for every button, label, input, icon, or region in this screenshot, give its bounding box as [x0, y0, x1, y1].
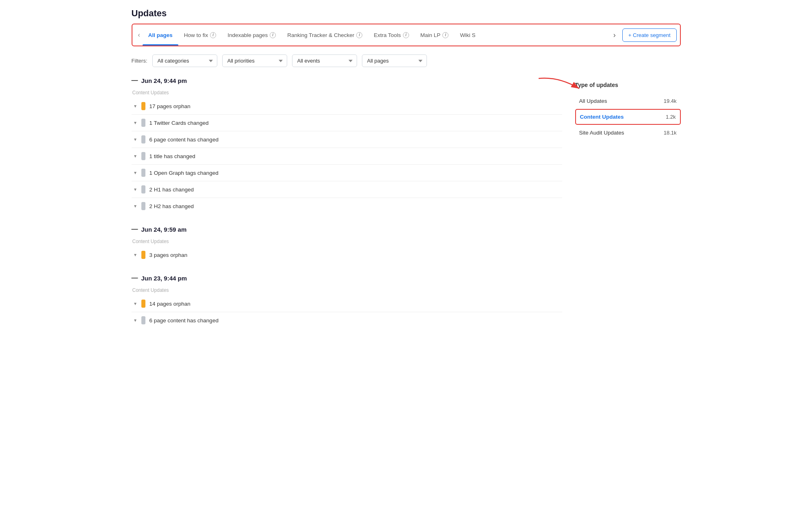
chevron-btn-3[interactable]: ▾ [133, 136, 137, 143]
tab-next-button[interactable]: › [610, 24, 619, 46]
date-header-jun23-pm: — Jun 23, 9:44 pm [132, 274, 562, 283]
date-header-jun24-am: — Jun 24, 9:59 am [132, 226, 562, 235]
chevron-btn-7[interactable]: ▾ [133, 202, 137, 210]
type-item-content-updates-count: 1.2k [666, 114, 676, 120]
update-text-6: 2 H1 has changed [149, 187, 194, 193]
tab-prev-button[interactable]: ‹ [136, 24, 143, 46]
update-text-7: 2 H2 has changed [149, 203, 194, 209]
update-item-8: ▾ 3 pages orphan [132, 247, 562, 263]
update-item-9: ▾ 14 pages orphan [132, 296, 562, 312]
type-item-all-updates[interactable]: All Updates 19.4k [575, 94, 681, 108]
date-text-jun24-am: Jun 24, 9:59 am [141, 226, 187, 233]
tab-main-lp-label: Main LP [420, 32, 441, 38]
priority-dot-gray-7 [141, 316, 145, 324]
tab-main-lp[interactable]: Main LP i [415, 24, 455, 46]
filters-label: Filters: [132, 58, 147, 64]
section-label-2: Content Updates [132, 239, 562, 244]
date-text-jun23-pm: Jun 23, 9:44 pm [141, 275, 187, 282]
chevron-btn-4[interactable]: ▾ [133, 152, 137, 160]
update-items-group-2: ▾ 3 pages orphan [132, 247, 562, 263]
tab-indexable-pages-label: Indexable pages [227, 32, 268, 38]
priority-dot-gray-3 [141, 152, 145, 160]
tab-all-pages-label: All pages [148, 32, 173, 38]
indexable-pages-info-icon: i [270, 32, 276, 38]
page-title: Updates [132, 8, 681, 19]
tab-how-to-fix[interactable]: How to fix i [178, 24, 222, 46]
chevron-btn-10[interactable]: ▾ [133, 317, 137, 324]
priority-dot-orange-2 [141, 251, 145, 259]
update-text-10: 6 page content has changed [149, 317, 219, 324]
type-item-site-audit-updates-count: 18.1k [664, 130, 677, 136]
type-item-content-updates[interactable]: Content Updates 1.2k [575, 109, 681, 125]
tab-wiki-s-label: Wiki S [460, 32, 475, 38]
priority-dot-orange-1 [141, 102, 145, 110]
date-section-jun23-pm: — Jun 23, 9:44 pm Content Updates ▾ 14 p… [132, 274, 562, 328]
tab-extra-tools-label: Extra Tools [374, 32, 401, 38]
chevron-btn-8[interactable]: ▾ [133, 251, 137, 259]
tab-indexable-pages[interactable]: Indexable pages i [222, 24, 281, 46]
tab-all-pages[interactable]: All pages [143, 24, 178, 46]
create-segment-button[interactable]: + Create segment [622, 28, 677, 42]
section-label-1: Content Updates [132, 90, 562, 96]
categories-filter[interactable]: All categories [152, 54, 217, 67]
type-item-all-updates-label: All Updates [579, 98, 607, 104]
update-item-3: ▾ 6 page content has changed [132, 131, 562, 148]
chevron-btn-5[interactable]: ▾ [133, 169, 137, 176]
update-item-1: ▾ 17 pages orphan [132, 98, 562, 115]
events-filter[interactable]: All events [292, 54, 357, 67]
extra-tools-info-icon: i [403, 32, 409, 38]
update-text-3: 6 page content has changed [149, 137, 219, 143]
type-item-all-updates-count: 19.4k [664, 98, 677, 104]
type-item-site-audit-updates-label: Site Audit Updates [579, 130, 624, 136]
update-text-9: 14 pages orphan [149, 301, 191, 307]
chevron-btn-6[interactable]: ▾ [133, 186, 137, 193]
type-item-content-updates-label: Content Updates [580, 114, 624, 120]
tabs-list: All pages How to fix i Indexable pages i… [143, 24, 610, 46]
chevron-btn-9[interactable]: ▾ [133, 300, 137, 307]
how-to-fix-info-icon: i [210, 32, 216, 38]
update-items-group-3: ▾ 14 pages orphan ▾ 6 page content has c… [132, 296, 562, 328]
tab-ranking-tracker[interactable]: Ranking Tracker & Checker i [281, 24, 368, 46]
update-item-2: ▾ 1 Twitter Cards changed [132, 115, 562, 131]
date-section-jun24-pm: — Jun 24, 9:44 pm Content Updates ▾ 17 p… [132, 77, 562, 214]
tab-extra-tools[interactable]: Extra Tools i [368, 24, 415, 46]
update-items-group-1: ▾ 17 pages orphan ▾ 1 Twitter Cards chan… [132, 98, 562, 214]
type-item-site-audit-updates[interactable]: Site Audit Updates 18.1k [575, 126, 681, 140]
chevron-btn-1[interactable]: ▾ [133, 102, 137, 110]
update-text-1: 17 pages orphan [149, 103, 191, 109]
update-item-5: ▾ 1 Open Graph tags changed [132, 165, 562, 181]
tab-wiki-s[interactable]: Wiki S [454, 24, 481, 46]
update-text-8: 3 pages orphan [149, 252, 188, 258]
priorities-filter[interactable]: All priorities [222, 54, 287, 67]
priority-dot-gray-2 [141, 135, 145, 143]
pages-filter[interactable]: All pages [362, 54, 427, 67]
main-content: — Jun 24, 9:44 pm Content Updates ▾ 17 p… [132, 77, 681, 340]
date-header-jun24-pm: — Jun 24, 9:44 pm [132, 77, 562, 86]
tab-how-to-fix-label: How to fix [184, 32, 208, 38]
date-section-jun24-am: — Jun 24, 9:59 am Content Updates ▾ 3 pa… [132, 226, 562, 263]
update-text-2: 1 Twitter Cards changed [149, 120, 209, 126]
date-dash-1: — [132, 77, 138, 84]
priority-dot-gray-6 [141, 202, 145, 210]
date-text-jun24-pm: Jun 24, 9:44 pm [141, 77, 187, 84]
tabs-container: ‹ All pages How to fix i Indexable pages… [132, 24, 681, 46]
priority-dot-gray-5 [141, 185, 145, 193]
priority-dot-gray-1 [141, 119, 145, 127]
date-dash-2: — [132, 226, 138, 233]
main-lp-info-icon: i [442, 32, 448, 38]
chevron-btn-2[interactable]: ▾ [133, 119, 137, 126]
priority-dot-orange-3 [141, 300, 145, 308]
update-text-5: 1 Open Graph tags changed [149, 170, 219, 176]
filters-row: Filters: All categories All priorities A… [132, 54, 681, 67]
update-item-6: ▾ 2 H1 has changed [132, 181, 562, 198]
type-of-updates-panel: Type of updates All Updates 19.4k Conten… [575, 77, 681, 340]
date-dash-3: — [132, 274, 138, 282]
type-of-updates-title: Type of updates [575, 82, 681, 88]
priority-dot-gray-4 [141, 169, 145, 177]
update-item-7: ▾ 2 H2 has changed [132, 198, 562, 214]
updates-list: — Jun 24, 9:44 pm Content Updates ▾ 17 p… [132, 77, 562, 340]
update-item-4: ▾ 1 title has changed [132, 148, 562, 165]
update-item-10: ▾ 6 page content has changed [132, 312, 562, 328]
ranking-tracker-info-icon: i [356, 32, 362, 38]
update-text-4: 1 title has changed [149, 153, 195, 159]
